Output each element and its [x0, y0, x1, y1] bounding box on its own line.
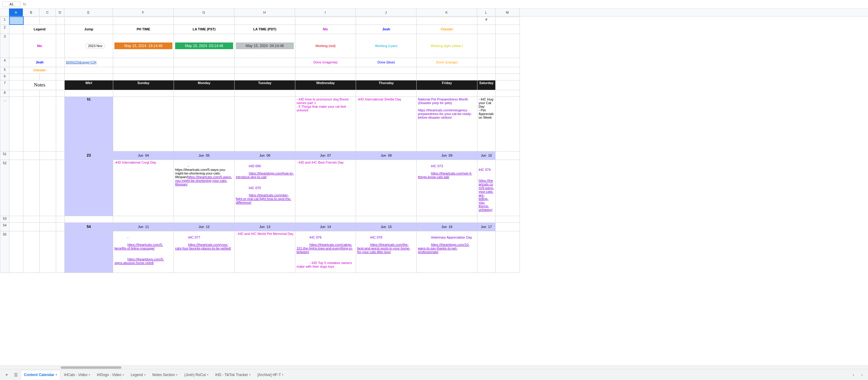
col-header-G[interactable]: G [174, 8, 234, 16]
nav-selector-cell[interactable]: 2023 Nov [65, 34, 113, 58]
nav-selector[interactable]: 2023 Nov [85, 43, 105, 49]
wk52-mon-date: Jun 05 [174, 151, 235, 160]
cal-header-tue: Tuesday [235, 80, 295, 90]
cell-M3 [496, 34, 520, 58]
tab-legend[interactable]: Legend ▾ [128, 370, 149, 380]
col-header-L[interactable]: L [477, 8, 495, 16]
tab-josh-arrow[interactable]: ▾ [207, 373, 209, 376]
col-header-H[interactable]: H [234, 8, 295, 16]
spreadsheet-table: 1 # [0, 17, 520, 273]
tab-ihd-tiktok[interactable]: iHD - TikTok Tracker ▾ [212, 370, 254, 380]
cell-G1 [174, 17, 235, 25]
cal-header-wk: Wk# [65, 80, 113, 90]
cell-D1 [56, 17, 65, 25]
wk52-wed-date: Jun 07 [295, 151, 356, 160]
ph-time-box: May 15, 2024 19:14:46 [115, 42, 173, 49]
josh-header: Josh [356, 25, 417, 34]
wk52-sunday: -iHD International Corgi Day [113, 160, 174, 216]
cell-D4 [56, 58, 65, 67]
row-num-5: 5 [0, 67, 9, 73]
tab-josh-recut[interactable]: (Josh) ReCut ▾ [181, 370, 212, 380]
wk54-tuesday: - iHD and iHC World Pet Memorial Day [235, 231, 295, 273]
wk52-tuesday: iHD 096 https://iheartdogs.com/how-to-in… [235, 160, 295, 216]
wk52-friday: iHC 073 https://iheartcats.com/vet-4-thi… [417, 160, 477, 216]
cell-A2 [9, 25, 23, 34]
col-header-E[interactable]: E [64, 8, 113, 16]
wk51-sunday [113, 97, 174, 151]
cell-A1[interactable] [9, 17, 23, 25]
col-header-M[interactable]: M [495, 8, 520, 16]
nic-label-legend: Nic [23, 34, 56, 58]
col-header-F[interactable]: F [113, 8, 174, 16]
cell-C1 [40, 17, 56, 25]
cell-A3 [9, 34, 23, 58]
col-header-D[interactable]: D [56, 8, 64, 16]
wk54-saturday [477, 231, 496, 273]
chester-label-legend: Chester [23, 67, 56, 73]
tab-ihcats-arrow[interactable]: ▾ [89, 373, 90, 376]
cell-M2 [496, 25, 520, 34]
tab-content-calendar[interactable]: Content Calendar ▾ [21, 370, 60, 380]
col-header-K[interactable]: K [416, 8, 477, 16]
tab-archive[interactable]: [Archive] HF-T ▾ [254, 370, 286, 380]
wk54-wednesday: iHC 076 https://iheartcats.com/catnip-10… [295, 231, 356, 273]
row-num-1: 1 [0, 17, 9, 25]
row-num-54: 54 [0, 222, 9, 231]
tab-ihdogs-video[interactable]: iHDogs - Video ▾ [94, 370, 127, 380]
wk54-wed-date: Jun 14 [295, 222, 356, 231]
tab-notes-arrow[interactable]: ▾ [176, 373, 178, 376]
chester-header: Chester [417, 25, 477, 34]
col-header-rownum [0, 8, 9, 16]
tab-nav-prev[interactable]: ‹ [850, 371, 857, 378]
row-num-4: 4 [0, 58, 9, 67]
tab-ihcats-video[interactable]: iHCats - Video ▾ [61, 370, 93, 380]
add-sheet-button[interactable]: + [2, 371, 11, 379]
col-header-C[interactable]: C [39, 8, 56, 16]
col-header-I[interactable]: I [295, 8, 356, 16]
row-num-spacer: … [0, 97, 9, 151]
cell-H1 [235, 17, 295, 25]
tab-legend-arrow[interactable]: ▾ [144, 373, 146, 376]
wk54-sat-date: Jun 17 [477, 222, 496, 231]
horizontal-scrollbar[interactable] [0, 366, 868, 369]
notes-label: Notes [23, 80, 56, 90]
col-header-B[interactable]: B [23, 8, 39, 16]
cell-reference[interactable] [2, 2, 21, 7]
tab-archive-label: [Archive] HF-T [257, 373, 281, 377]
tab-content-calendar-arrow[interactable]: ▾ [56, 373, 57, 376]
row-num-6: 6 [0, 73, 9, 80]
cal-header-mon: Monday [174, 80, 235, 90]
wk54-monday: iHC 077 https://iheartcats.com/your-cats… [174, 231, 235, 273]
grid-area[interactable]: 1 # [0, 17, 868, 366]
tab-ihdogs-arrow[interactable]: ▾ [123, 373, 124, 376]
row-num-8: 8 [0, 90, 9, 97]
cell-J1 [356, 17, 417, 25]
wk51-saturday: - iHC Hug your Cat Day - Pet Appreciatio… [477, 97, 496, 151]
tab-notes-section[interactable]: Notes Section ▾ [149, 370, 181, 380]
tab-nav-next[interactable]: › [858, 371, 866, 378]
wk54-thursday: iHC 078 https://iheartcats.com/the-best-… [356, 231, 417, 273]
tab-tiktok-arrow[interactable]: ▾ [249, 373, 251, 376]
cal-header-wed: Wednesday [295, 80, 356, 90]
cell-B1 [23, 17, 40, 25]
nic-done: Done (magenta) [295, 58, 356, 67]
cal-header-fri: Friday [417, 80, 477, 90]
wk51-friday: National Pet Preparedness Month (Disaste… [417, 97, 477, 151]
scrollbar-thumb[interactable] [61, 366, 121, 369]
col-header-A[interactable]: A [9, 8, 23, 16]
row-num-55: 55 [0, 231, 9, 273]
tab-archive-arrow[interactable]: ▾ [282, 373, 283, 376]
cell-M4 [496, 58, 520, 67]
sheet-menu-button[interactable]: ☰ [11, 371, 20, 379]
cell-L3 [477, 34, 496, 58]
chester-done: Done (orange) [417, 58, 477, 67]
cal-header-sun: Sunday [113, 80, 174, 90]
jump-link[interactable]: §5060226&range=C94 [65, 58, 113, 67]
wk54-fri-date: Jun 16 [417, 222, 477, 231]
wk54-wknum-cell [65, 231, 113, 273]
wk54-tue-date: Jun 13 [235, 222, 295, 231]
tab-tiktok-label: iHD - TikTok Tracker [215, 373, 248, 377]
col-header-J[interactable]: J [356, 8, 416, 16]
sheet-body: 1 # [0, 17, 868, 366]
josh-label-legend: Josh [23, 58, 56, 67]
